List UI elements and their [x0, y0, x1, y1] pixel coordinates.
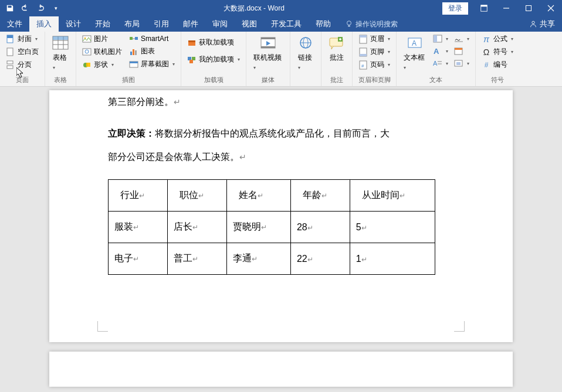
cell: 电子	[114, 253, 133, 263]
paragraph-1[interactable]: 第三部分阐述。↵	[108, 90, 454, 114]
tab-mailings[interactable]: 邮件	[176, 16, 205, 32]
th-2: 姓名	[239, 190, 258, 200]
page-break-button[interactable]: 分页	[4, 59, 41, 71]
table-button[interactable]: 表格▾	[49, 33, 72, 73]
crop-mark	[454, 321, 465, 332]
online-video-button[interactable]: 联机视频▾	[250, 33, 286, 73]
cell: 贾晓明	[233, 221, 261, 231]
cell: 1	[356, 254, 361, 264]
blank-label: 空白页	[18, 47, 39, 57]
table-row[interactable]: 服装↵ 店长↵ 贾晓明↵ 28↵ 5↵	[109, 212, 435, 243]
table-row[interactable]: 电子↵ 普工↵ 李通↵ 22↵ 1↵	[109, 243, 435, 275]
svg-text:A: A	[412, 39, 417, 47]
cell: 普工	[174, 253, 192, 263]
svg-rect-37	[261, 46, 275, 48]
tab-references[interactable]: 引用	[147, 16, 176, 32]
svg-rect-59	[455, 48, 462, 50]
store-icon	[187, 38, 197, 47]
maximize-button[interactable]	[517, 0, 540, 16]
svg-rect-52	[434, 35, 437, 42]
svg-rect-36	[261, 38, 275, 39]
myaddins-icon	[187, 55, 197, 64]
svg-rect-24	[135, 37, 138, 40]
chart-button[interactable]: 图表	[127, 45, 177, 57]
svg-rect-23	[130, 37, 133, 40]
break-label: 分页	[18, 60, 32, 70]
group-tables-label: 表格	[49, 74, 72, 86]
cover-page-button[interactable]: 封面▾	[4, 33, 41, 45]
get-addins-button[interactable]: 获取加载项	[185, 36, 242, 49]
minimize-button[interactable]	[495, 0, 517, 16]
shapes-button[interactable]: 形状▾	[80, 59, 124, 71]
screenshot-button[interactable]: 屏幕截图▾	[127, 58, 177, 70]
online-pic-icon	[82, 47, 92, 57]
tab-file[interactable]: 文件	[0, 16, 29, 32]
textbox-button[interactable]: A 文本框▾	[400, 33, 429, 73]
tab-developer[interactable]: 开发工具	[264, 16, 309, 32]
group-symbols: π公式▾ Ω符号▾ #编号 符号	[476, 32, 519, 86]
my-addins-button[interactable]: 我的加载项▾	[185, 53, 242, 66]
equation-label: 公式	[493, 34, 507, 44]
line2-rest: 将数据分析报告中的观点系统化或产品化，目前而言，大	[155, 128, 390, 138]
document-table[interactable]: 行业↵ 职位↵ 姓名↵ 年龄↵ 从业时间↵ 服装↵ 店长↵ 贾晓明↵ 28↵ 5…	[108, 179, 435, 275]
page-number-button[interactable]: #页码▾	[356, 59, 392, 71]
blank-page-button[interactable]: 空白页	[4, 46, 41, 58]
header-button[interactable]: 页眉▾	[356, 33, 392, 45]
link-button[interactable]: 链接▾	[294, 33, 317, 73]
paragraph-3[interactable]: 部分公司还是会依靠人工决策。↵	[108, 145, 454, 169]
tell-me-label: 操作说明搜索	[356, 19, 398, 29]
svg-rect-44	[360, 35, 367, 38]
group-pages-label: 页面	[4, 74, 41, 86]
symbol-button[interactable]: Ω符号▾	[479, 46, 516, 58]
qat-customize-button[interactable]: ▾	[49, 2, 62, 15]
close-button[interactable]	[540, 0, 562, 16]
wordart-icon: A	[433, 46, 442, 56]
comment-button[interactable]: 批注	[325, 33, 348, 65]
wordart-button[interactable]: A▾	[431, 45, 451, 57]
smartart-button[interactable]: SmartArt	[127, 33, 177, 45]
dropcap-button[interactable]: A▾	[431, 57, 451, 69]
svg-rect-29	[130, 62, 138, 63]
equation-button[interactable]: π公式▾	[479, 33, 516, 45]
datetime-button[interactable]	[452, 45, 472, 57]
group-illus-label: 插图	[80, 74, 177, 86]
undo-button[interactable]	[19, 2, 32, 15]
redo-button[interactable]	[34, 2, 47, 15]
ribbon-tabs: 文件 插入 设计 开始 布局 引用 邮件 审阅 视图 开发工具 帮助 操作说明搜…	[0, 16, 562, 32]
ribbon-options-button[interactable]	[473, 0, 495, 16]
footer-button[interactable]: 页脚▾	[356, 46, 392, 58]
login-button[interactable]: 登录	[442, 2, 468, 15]
svg-point-4	[347, 21, 351, 25]
line1-text: 第三部分阐述。	[108, 97, 174, 107]
quick-parts-button[interactable]: ▾	[431, 33, 451, 45]
tab-design[interactable]: 设计	[59, 16, 88, 32]
number-button[interactable]: #编号	[479, 59, 516, 71]
tell-me-search[interactable]: 操作说明搜索	[338, 16, 405, 32]
group-media: 联机视频▾ 媒体	[246, 32, 290, 86]
document-area[interactable]: 第三部分阐述。↵ 立即决策：将数据分析报告中的观点系统化或产品化，目前而言，大 …	[0, 87, 562, 392]
tab-insert[interactable]: 插入	[29, 16, 59, 32]
share-button[interactable]: 共享	[522, 16, 562, 32]
para-mark: ↵	[174, 97, 181, 107]
tab-layout[interactable]: 布局	[117, 16, 147, 32]
online-pictures-button[interactable]: 联机图片	[80, 46, 124, 58]
cell: 28	[297, 222, 307, 232]
th-0: 行业	[120, 190, 139, 200]
tab-help[interactable]: 帮助	[309, 16, 338, 32]
svg-text:A: A	[434, 47, 439, 55]
tab-home[interactable]: 开始	[88, 16, 117, 32]
line3-text: 部分公司还是会依靠人工决策。	[108, 152, 239, 162]
tab-review[interactable]: 审阅	[205, 16, 235, 32]
paragraph-2[interactable]: 立即决策：将数据分析报告中的观点系统化或产品化，目前而言，大	[108, 122, 454, 145]
para-mark: ↵	[239, 152, 246, 162]
save-button[interactable]	[4, 2, 16, 15]
table-header-row[interactable]: 行业↵ 职位↵ 姓名↵ 年龄↵ 从业时间↵	[109, 180, 435, 212]
pictures-button[interactable]: 图片	[80, 33, 124, 45]
footer-label: 页脚	[370, 47, 384, 57]
tab-view[interactable]: 视图	[235, 16, 264, 32]
object-button[interactable]: ▾	[452, 57, 472, 69]
group-header-footer: 页眉▾ 页脚▾ #页码▾ 页眉和页脚	[353, 32, 397, 86]
symbol-label: 符号	[493, 47, 507, 57]
cell: 店长	[174, 221, 192, 231]
signature-button[interactable]: ▾	[452, 33, 472, 45]
